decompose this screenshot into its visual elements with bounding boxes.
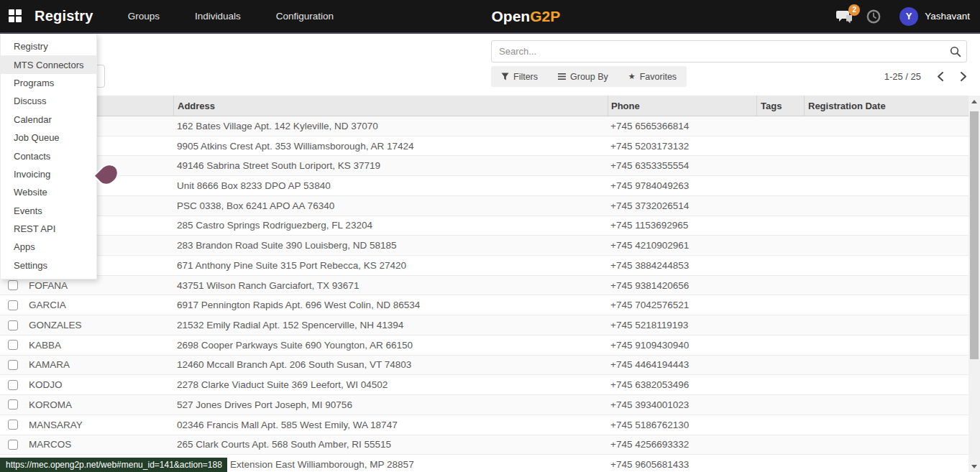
row-phone: +745 3934001023	[608, 399, 756, 410]
scroll-down-icon[interactable]	[968, 461, 980, 472]
row-phone: +745 6565366814	[608, 121, 756, 131]
row-address: 21532 Emily Radial Apt. 152 Spencerville…	[173, 320, 608, 330]
table-row[interactable]: 671 Anthony Pine Suite 315 Port Rebecca,…	[0, 256, 968, 276]
row-phone: +745 9784049263	[608, 180, 756, 191]
row-name: KOROMA	[26, 399, 173, 410]
table-row[interactable]: GARCIA6917 Pennington Rapids Apt. 696 We…	[0, 295, 968, 315]
row-phone: +745 9381420656	[608, 280, 756, 291]
vertical-scrollbar[interactable]	[968, 96, 980, 472]
favorites-button[interactable]: ★ Favorites	[618, 66, 687, 87]
row-phone: +745 5218119193	[608, 320, 756, 330]
filter-funnel-icon	[501, 73, 509, 80]
menu-item-mts-connectors[interactable]: MTS Connectors	[1, 55, 96, 73]
menu-item-events[interactable]: Events	[1, 202, 96, 220]
navbar-right: 2 Y Yashavant	[836, 0, 980, 32]
row-address: 265 Clark Courts Apt. 568 South Amber, R…	[173, 439, 608, 450]
user-avatar[interactable]: Y	[899, 7, 918, 26]
menu-item-calendar[interactable]: Calendar	[1, 111, 96, 129]
row-name: FOFANA	[26, 280, 173, 291]
table-row[interactable]: 285 Castro Springs Rodriguezberg, FL 232…	[0, 216, 968, 236]
row-checkbox[interactable]	[8, 380, 18, 390]
row-phone: +745 5203173132	[608, 141, 756, 152]
pager-previous-icon[interactable]	[937, 71, 944, 82]
table-row[interactable]: Unit 8666 Box 8233 DPO AP 53840+745 9784…	[0, 176, 968, 196]
user-name[interactable]: Yashavant	[925, 11, 970, 22]
table-row[interactable]: MANSARAY02346 Francis Mall Apt. 585 West…	[0, 415, 968, 435]
nav-item-configuration[interactable]: Configuration	[276, 11, 334, 22]
column-header-registration-date[interactable]: Registration Date	[804, 96, 968, 116]
menu-item-settings[interactable]: Settings	[1, 256, 96, 274]
row-address: 527 Jones Drives Port Joseph, MI 90756	[173, 399, 608, 410]
menu-item-discuss[interactable]: Discuss	[1, 92, 96, 110]
table-row[interactable]: 49146 Sabrina Street South Loriport, KS …	[0, 156, 968, 176]
openg2p-logo: OpenG2P	[492, 0, 561, 32]
row-phone: +745 6382053496	[608, 379, 756, 390]
main-menu: GroupsIndividualsConfiguration	[128, 11, 334, 22]
row-address: 671 Anthony Pine Suite 315 Port Rebecca,…	[173, 260, 608, 271]
records-table: Address Phone Tags Registration Date 162…	[0, 96, 968, 472]
table-row[interactable]: FOFANA43751 Wilson Ranch Garciafort, TX …	[0, 276, 968, 296]
row-phone: +745 5186762130	[608, 420, 756, 430]
row-phone: +745 4210902961	[608, 240, 756, 251]
row-checkbox[interactable]	[8, 440, 18, 450]
activities-clock-icon[interactable]	[866, 9, 881, 24]
row-name: GONZALES	[26, 320, 173, 330]
table-header-row: Address Phone Tags Registration Date	[0, 96, 968, 116]
table-row[interactable]: GONZALES21532 Emily Radial Apt. 152 Spen…	[0, 315, 968, 336]
apps-grid-icon[interactable]	[9, 9, 22, 23]
pager-next-icon[interactable]	[960, 71, 967, 82]
menu-item-job-queue[interactable]: Job Queue	[1, 129, 96, 147]
table-row[interactable]: 162 Bates Village Apt. 142 Kyleville, ND…	[0, 116, 968, 136]
messages-icon[interactable]: 2	[836, 9, 855, 24]
row-address: Extension East Williamborough, MP 28857	[173, 459, 608, 470]
app-title[interactable]: Registry	[35, 8, 93, 24]
table-row[interactable]: MARCOS265 Clark Courts Apt. 568 South Am…	[0, 435, 968, 455]
column-header-tags[interactable]: Tags	[756, 96, 804, 116]
pager-range: 1-25 / 25	[884, 71, 921, 82]
scroll-up-icon[interactable]	[968, 96, 980, 107]
row-name: GARCIA	[26, 300, 173, 310]
group-by-button[interactable]: Group By	[548, 66, 618, 87]
table-row[interactable]: 283 Brandon Road Suite 390 Louisberg, ND…	[0, 236, 968, 256]
star-icon: ★	[628, 73, 636, 80]
search-input[interactable]	[492, 46, 945, 57]
menu-item-rest-api[interactable]: REST API	[1, 220, 96, 238]
row-name: KABBA	[26, 340, 173, 351]
table-row[interactable]: KODJO2278 Clarke Viaduct Suite 369 Leefo…	[0, 375, 968, 395]
row-checkbox[interactable]	[8, 300, 18, 310]
menu-item-website[interactable]: Website	[1, 183, 96, 201]
menu-item-invoicing[interactable]: Invoicing	[1, 165, 96, 183]
row-phone: +745 4464194443	[608, 359, 756, 370]
row-address: 285 Castro Springs Rodriguezberg, FL 232…	[173, 220, 608, 231]
table-row[interactable]: 9905 Atkins Crest Apt. 353 Williamsborou…	[0, 136, 968, 157]
table-row[interactable]: KABBA2698 Cooper Parkways Suite 690 Youn…	[0, 336, 968, 356]
search-icon[interactable]	[945, 46, 966, 57]
menu-item-contacts[interactable]: Contacts	[1, 147, 96, 165]
row-checkbox[interactable]	[8, 360, 18, 370]
row-phone: +745 9109430940	[608, 340, 756, 351]
registry-page: Registry GroupsIndividualsConfiguration …	[0, 0, 980, 472]
row-checkbox[interactable]	[8, 399, 18, 409]
row-phone: +745 6353355554	[608, 160, 756, 171]
row-checkbox[interactable]	[8, 280, 18, 290]
row-phone: +745 3884244853	[608, 260, 756, 271]
row-checkbox[interactable]	[8, 320, 18, 330]
row-name: MARCOS	[26, 439, 173, 450]
scrollbar-thumb[interactable]	[970, 111, 979, 359]
row-address: 2278 Clarke Viaduct Suite 369 Leefort, W…	[173, 379, 608, 390]
table-body: 162 Bates Village Apt. 142 Kyleville, ND…	[0, 116, 968, 472]
row-checkbox[interactable]	[8, 420, 18, 430]
table-row[interactable]: KOROMA527 Jones Drives Port Joseph, MI 9…	[0, 395, 968, 415]
table-row[interactable]: KAMARA12460 Mccall Branch Apt. 206 South…	[0, 356, 968, 376]
nav-item-individuals[interactable]: Individuals	[195, 11, 241, 22]
row-address: Unit 8666 Box 8233 DPO AP 53840	[173, 180, 608, 191]
column-header-address[interactable]: Address	[173, 96, 608, 116]
menu-item-apps[interactable]: Apps	[1, 238, 96, 256]
table-row[interactable]: PSC 0338, Box 6241 APO AA 76340+745 3732…	[0, 196, 968, 216]
nav-item-groups[interactable]: Groups	[128, 11, 160, 22]
menu-item-registry[interactable]: Registry	[1, 37, 96, 55]
row-checkbox[interactable]	[8, 340, 18, 350]
filters-button[interactable]: Filters	[491, 66, 548, 87]
column-header-phone[interactable]: Phone	[608, 96, 756, 116]
menu-item-programs[interactable]: Programs	[1, 74, 96, 92]
